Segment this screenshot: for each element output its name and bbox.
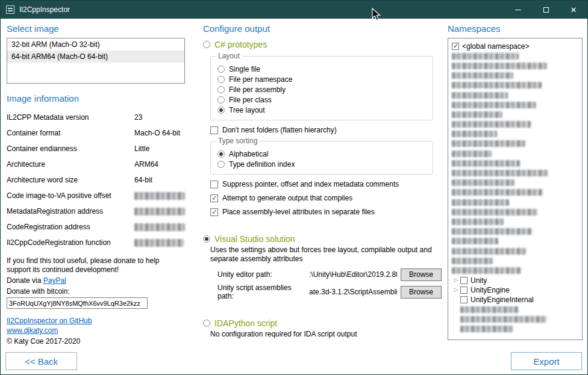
namespace-row[interactable] bbox=[452, 188, 582, 197]
redacted-namespace bbox=[452, 228, 532, 235]
website-link[interactable]: www.djkaty.com bbox=[7, 326, 58, 335]
output-checkbox[interactable] bbox=[210, 181, 218, 188]
github-link[interactable]: Il2CppInspector on GitHub bbox=[7, 317, 92, 325]
namespace-row[interactable] bbox=[452, 71, 582, 81]
type-sorting-option-row[interactable]: Alphabetical bbox=[217, 149, 427, 159]
image-listbox[interactable]: 32-bit ARM (Mach-O 32-bit)64-bit ARM64 (… bbox=[7, 38, 185, 84]
layout-option-radio[interactable] bbox=[217, 86, 225, 93]
paypal-link[interactable]: PayPal bbox=[43, 276, 66, 285]
namespace-row[interactable] bbox=[452, 324, 582, 333]
image-list-item[interactable]: 32-bit ARM (Mach-O 32-bit) bbox=[7, 39, 184, 51]
layout-option-row[interactable]: File per assembly bbox=[217, 84, 427, 95]
redacted-namespace bbox=[452, 72, 513, 79]
type-sorting-option-label: Type definition index bbox=[229, 160, 295, 169]
redacted-namespace bbox=[452, 209, 537, 215]
namespace-row[interactable] bbox=[452, 81, 582, 90]
namespace-row[interactable] bbox=[452, 207, 582, 217]
namespace-row[interactable] bbox=[452, 265, 582, 275]
type-sorting-option-radio[interactable] bbox=[217, 161, 225, 168]
output-checkbox-row[interactable]: Attempt to generate output that compiles bbox=[210, 194, 444, 202]
namespace-row[interactable] bbox=[452, 158, 582, 168]
bitcoin-address-field[interactable] bbox=[7, 297, 148, 309]
namespace-row[interactable] bbox=[452, 178, 582, 188]
namespace-row[interactable]: ▷UnityEngine bbox=[452, 285, 582, 295]
namespace-checkbox[interactable] bbox=[452, 43, 459, 50]
namespace-row[interactable] bbox=[452, 197, 582, 207]
output-checkbox-label: Suppress pointer, offset and index metad… bbox=[222, 180, 399, 188]
namespace-row[interactable] bbox=[452, 139, 582, 149]
namespace-row[interactable] bbox=[452, 110, 582, 119]
redacted-namespace bbox=[452, 140, 525, 147]
layout-option-radio[interactable] bbox=[217, 76, 225, 83]
namespace-row[interactable]: UnityEngineInternal bbox=[452, 295, 582, 305]
info-row: Code image-to-VA positive offset bbox=[7, 188, 185, 203]
idapython-radio[interactable] bbox=[203, 320, 210, 327]
minimize-button[interactable] bbox=[504, 1, 532, 19]
namespace-row[interactable] bbox=[452, 61, 582, 70]
namespace-checkbox[interactable] bbox=[460, 277, 468, 284]
flatten-checkbox[interactable] bbox=[210, 126, 218, 134]
namespace-row[interactable] bbox=[452, 129, 582, 139]
namespace-row[interactable] bbox=[452, 51, 582, 61]
namespace-row[interactable] bbox=[452, 256, 582, 265]
type-sorting-option-row[interactable]: Type definition index bbox=[217, 159, 427, 169]
layout-option-radio[interactable] bbox=[217, 107, 225, 114]
namespace-row[interactable] bbox=[452, 168, 582, 178]
vs-solution-radio[interactable] bbox=[203, 235, 210, 243]
redacted-value bbox=[134, 192, 185, 200]
namespace-row[interactable]: ▷Unity bbox=[452, 276, 582, 285]
namespace-row[interactable] bbox=[452, 237, 582, 246]
namespace-row[interactable] bbox=[452, 120, 582, 129]
vs-solution-option[interactable]: Visual Studio solution bbox=[203, 234, 444, 244]
namespace-row[interactable]: <global namespace> bbox=[452, 42, 582, 51]
layout-option-radio[interactable] bbox=[217, 96, 225, 104]
layout-options: Single fileFile per namespaceFile per as… bbox=[217, 64, 427, 115]
namespace-checkbox[interactable] bbox=[460, 296, 468, 303]
unity-editor-path-value[interactable]: :\Unity\Hub\Editor\2019.2.8f1 bbox=[309, 270, 397, 279]
select-image-heading: Select image bbox=[7, 23, 185, 34]
namespace-row[interactable] bbox=[452, 100, 582, 110]
back-button[interactable]: << Back bbox=[5, 352, 77, 370]
csharp-prototypes-radio[interactable] bbox=[203, 41, 210, 48]
info-row: Architecture word size64-bit bbox=[7, 172, 185, 188]
redacted-namespace bbox=[460, 306, 519, 313]
maximize-button[interactable] bbox=[532, 1, 560, 19]
expander-icon[interactable]: ▷ bbox=[452, 287, 460, 293]
idapython-option[interactable]: IDAPython script bbox=[203, 318, 444, 328]
output-checkbox[interactable] bbox=[210, 208, 218, 216]
namespaces-list[interactable]: <global namespace>▷Unity▷UnityEngineUnit… bbox=[448, 38, 583, 340]
layout-option-row[interactable]: File per class bbox=[217, 95, 427, 105]
namespace-row[interactable] bbox=[452, 90, 582, 100]
type-sorting-option-radio[interactable] bbox=[217, 150, 225, 158]
unity-script-browse-button[interactable]: Browse bbox=[401, 286, 442, 299]
namespace-row[interactable] bbox=[452, 149, 582, 158]
layout-option-radio[interactable] bbox=[217, 66, 225, 73]
bitcoin-label: Donate with bitcoin: bbox=[7, 287, 185, 296]
csharp-prototypes-option[interactable]: C# prototypes bbox=[203, 40, 444, 49]
namespace-label: UnityEngineInternal bbox=[471, 296, 534, 304]
close-button[interactable]: ✕ bbox=[560, 1, 587, 19]
layout-option-row[interactable]: File per namespace bbox=[217, 74, 427, 84]
output-checkbox-row[interactable]: Place assembly-level attributes in separ… bbox=[210, 208, 444, 216]
namespace-row[interactable] bbox=[452, 305, 582, 314]
namespace-row[interactable] bbox=[452, 246, 582, 256]
namespace-row[interactable] bbox=[452, 217, 582, 226]
vs-solution-label: Visual Studio solution bbox=[214, 234, 295, 244]
expander-icon[interactable]: ▷ bbox=[452, 277, 460, 283]
redacted-namespace bbox=[452, 267, 521, 274]
namespace-row[interactable] bbox=[452, 314, 582, 324]
titlebar[interactable]: Il2CppInspector ✕ bbox=[1, 1, 587, 19]
export-button[interactable]: Export bbox=[511, 352, 582, 370]
image-list-item[interactable]: 64-bit ARM64 (Mach-O 64-bit) bbox=[7, 51, 184, 63]
unity-editor-browse-button[interactable]: Browse bbox=[401, 268, 442, 281]
unity-script-path-value[interactable]: ate.3d-3.1.2\ScriptAssemblies bbox=[309, 288, 397, 296]
layout-option-row[interactable]: Tree layout bbox=[217, 105, 427, 115]
redacted-namespace bbox=[452, 150, 492, 157]
namespace-row[interactable] bbox=[452, 227, 582, 237]
flatten-checkbox-row[interactable]: Don't nest folders (flatten hierarchy) bbox=[210, 126, 444, 134]
output-checkbox[interactable] bbox=[210, 194, 218, 202]
namespace-checkbox[interactable] bbox=[460, 287, 468, 294]
donate-text: If you find this tool useful, please don… bbox=[7, 256, 175, 274]
output-checkbox-row[interactable]: Suppress pointer, offset and index metad… bbox=[210, 180, 444, 188]
layout-option-row[interactable]: Single file bbox=[217, 64, 427, 74]
